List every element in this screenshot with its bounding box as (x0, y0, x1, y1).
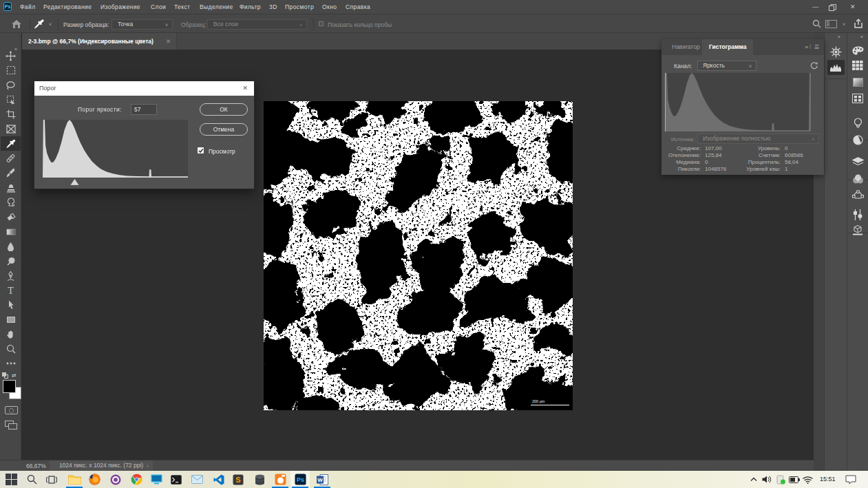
svg-text:T: T (8, 286, 14, 295)
svg-text:200 µm: 200 µm (532, 399, 545, 403)
svg-text:Ps: Ps (296, 476, 304, 483)
svg-text:S: S (235, 476, 240, 484)
svg-text:W: W (317, 477, 323, 483)
